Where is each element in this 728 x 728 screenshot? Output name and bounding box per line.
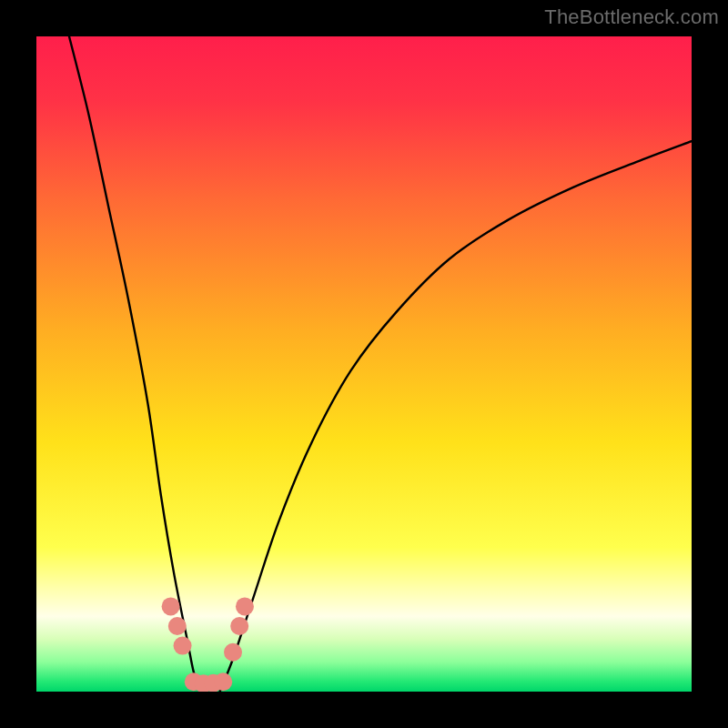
series-right-branch [220, 141, 692, 692]
chart-marker-dot [224, 643, 242, 662]
watermark-text: TheBottleneck.com [544, 5, 719, 29]
series-left-branch [69, 36, 200, 692]
chart-frame: TheBottleneck.com [0, 0, 728, 728]
chart-marker-dot [236, 597, 254, 615]
chart-curve-layer [36, 36, 692, 692]
chart-marker-dot [162, 597, 180, 615]
chart-plot-area [36, 36, 692, 692]
chart-marker-dot [230, 617, 248, 635]
chart-marker-dot [174, 637, 192, 655]
chart-marker-dot [168, 617, 187, 635]
chart-markers [162, 597, 254, 692]
chart-marker-dot [214, 672, 232, 691]
